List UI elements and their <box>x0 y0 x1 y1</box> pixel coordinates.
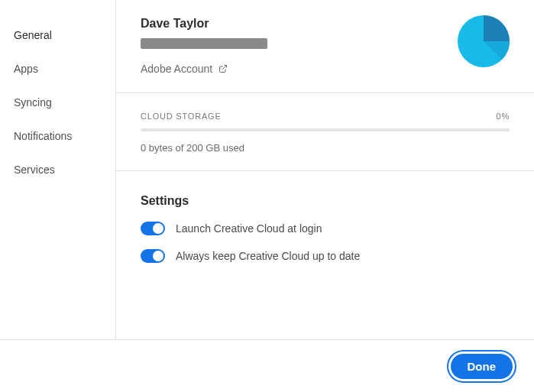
avatar <box>458 15 510 67</box>
storage-usage-text: 0 bytes of 200 GB used <box>141 142 510 154</box>
done-button[interactable]: Done <box>451 354 513 379</box>
toggle-row-keep-up-to-date: Always keep Creative Cloud up to date <box>141 249 510 263</box>
storage-heading: CLOUD STORAGE <box>141 112 222 121</box>
sidebar-item-label: Services <box>14 164 55 176</box>
sidebar: General Apps Syncing Notifications Servi… <box>0 0 116 339</box>
toggle-label: Always keep Creative Cloud up to date <box>176 250 360 262</box>
settings-title: Settings <box>141 194 510 208</box>
done-button-label: Done <box>468 360 497 373</box>
footer: Done <box>0 340 534 392</box>
redacted-email <box>141 38 267 49</box>
external-link-icon <box>218 64 228 73</box>
storage-section: CLOUD STORAGE 0% 0 bytes of 200 GB used <box>116 93 534 171</box>
svg-line-0 <box>222 66 227 70</box>
storage-percent: 0% <box>497 112 510 121</box>
settings-section: Settings Launch Creative Cloud at login … <box>116 171 534 292</box>
adobe-account-link[interactable]: Adobe Account <box>141 63 228 75</box>
sidebar-item-label: Notifications <box>14 130 72 142</box>
toggle-launch-at-login[interactable] <box>141 222 165 235</box>
main-container: General Apps Syncing Notifications Servi… <box>0 0 534 340</box>
sidebar-item-syncing[interactable]: Syncing <box>0 86 115 119</box>
storage-header: CLOUD STORAGE 0% <box>141 112 510 121</box>
storage-progress-bar <box>141 128 510 131</box>
sidebar-item-label: Syncing <box>14 96 52 109</box>
sidebar-item-apps[interactable]: Apps <box>0 52 115 86</box>
toggle-row-launch-at-login: Launch Creative Cloud at login <box>141 222 510 235</box>
main-panel: Dave Taylor Adobe Account CLO <box>116 0 534 339</box>
sidebar-item-notifications[interactable]: Notifications <box>0 119 115 153</box>
sidebar-item-label: General <box>14 29 52 41</box>
toggle-keep-up-to-date[interactable] <box>141 249 165 263</box>
toggle-label: Launch Creative Cloud at login <box>176 222 322 235</box>
sidebar-item-services[interactable]: Services <box>0 153 115 186</box>
account-section: Dave Taylor Adobe Account <box>116 0 534 93</box>
user-name: Dave Taylor <box>141 17 510 31</box>
sidebar-item-label: Apps <box>14 63 38 75</box>
account-link-label: Adobe Account <box>141 63 212 75</box>
sidebar-item-general[interactable]: General <box>0 18 115 52</box>
